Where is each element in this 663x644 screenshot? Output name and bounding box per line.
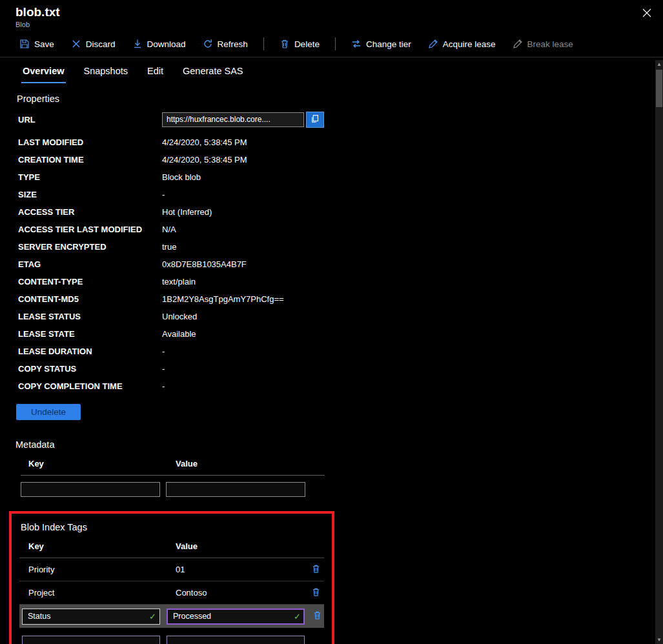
property-row: CREATION TIME 4/24/2020, 5:38:45 PM	[18, 151, 663, 168]
metadata-key-input[interactable]	[21, 482, 160, 497]
valid-check-icon: ✓	[294, 612, 301, 621]
page-title: blob.txt	[15, 5, 648, 19]
tab-generate-sas[interactable]: Generate SAS	[181, 66, 245, 83]
close-button[interactable]	[640, 6, 654, 21]
scroll-down-icon[interactable]: ▼	[655, 636, 663, 644]
acquire-lease-label: Acquire lease	[443, 39, 496, 49]
toolbar-separator	[335, 37, 336, 50]
tab-snapshots[interactable]: Snapshots	[83, 66, 130, 83]
metadata-section-title: Metadata	[15, 439, 663, 450]
discard-icon	[71, 39, 81, 49]
property-label: SIZE	[18, 190, 162, 199]
copy-url-button[interactable]	[306, 112, 324, 128]
property-row: LAST MODIFIED 4/24/2020, 5:38:45 PM	[18, 134, 663, 151]
break-lease-label: Break lease	[527, 39, 573, 49]
property-label: COPY STATUS	[18, 364, 162, 374]
property-label: LAST MODIFIED	[18, 137, 162, 147]
save-icon	[19, 39, 30, 49]
property-value: N/A	[162, 225, 176, 234]
break-lease-icon	[513, 39, 523, 49]
tag-value-input[interactable]	[167, 609, 305, 625]
download-label: Download	[147, 39, 186, 49]
tab-overview[interactable]: Overview	[21, 66, 66, 83]
property-label: CONTENT-MD5	[18, 294, 162, 304]
property-row: LEASE STATUS Unlocked	[18, 308, 663, 325]
property-label: CREATION TIME	[18, 155, 162, 165]
property-value: true	[162, 242, 176, 252]
refresh-label: Refresh	[218, 39, 248, 49]
scroll-up-icon[interactable]: ▲	[655, 60, 663, 68]
tag-key-edit-wrap: ✓	[22, 609, 160, 625]
download-icon	[132, 39, 143, 49]
tags-key-header: Key	[28, 541, 176, 551]
close-icon	[642, 10, 652, 20]
property-row: SERVER ENCRYPTED true	[18, 238, 663, 256]
properties-section-title: Properties	[17, 94, 663, 104]
tag-key-input[interactable]	[22, 609, 160, 625]
blob-index-tags-highlight-box: Blob Index Tags Key Value Priority 01 Pr…	[9, 511, 334, 644]
change-tier-button[interactable]: Change tier	[350, 36, 413, 52]
metadata-value-input[interactable]	[166, 482, 305, 497]
break-lease-button: Break lease	[511, 36, 575, 52]
acquire-lease-button[interactable]: Acquire lease	[427, 36, 497, 52]
trash-icon	[311, 587, 321, 599]
refresh-button[interactable]: Refresh	[201, 36, 249, 52]
scrollbar-thumb[interactable]	[656, 70, 662, 107]
metadata-key-header: Key	[28, 459, 176, 468]
url-input[interactable]	[162, 112, 304, 127]
new-tag-value-wrap	[167, 636, 305, 644]
property-value: -	[162, 347, 165, 356]
trash-icon	[311, 564, 321, 576]
undelete-button[interactable]: Undelete	[16, 404, 81, 420]
delete-tag-button[interactable]	[309, 563, 323, 577]
discard-label: Discard	[86, 39, 116, 49]
delete-tag-button[interactable]	[311, 609, 323, 623]
property-label: COPY COMPLETION TIME	[18, 381, 162, 391]
change-tier-icon	[351, 39, 362, 49]
property-row: ACCESS TIER Hot (Inferred)	[18, 203, 663, 221]
metadata-value-header: Value	[176, 459, 198, 468]
url-label: URL	[18, 115, 162, 125]
property-value: Unlocked	[162, 312, 197, 321]
tags-value-header: Value	[176, 541, 198, 551]
tags-header-row: Key Value	[19, 541, 324, 558]
tag-value: 01	[176, 565, 309, 574]
new-tag-key-wrap	[22, 636, 160, 644]
valid-check-icon: ✓	[149, 612, 156, 621]
property-value: Block blob	[162, 172, 201, 182]
delete-button[interactable]: Delete	[278, 36, 321, 52]
vertical-scrollbar[interactable]: ▲ ▼	[655, 60, 663, 644]
trash-icon	[312, 610, 322, 622]
property-value: Hot (Inferred)	[162, 207, 212, 217]
save-button[interactable]: Save	[18, 36, 56, 52]
change-tier-label: Change tier	[366, 39, 411, 49]
tab-edit[interactable]: Edit	[146, 66, 165, 83]
tag-row[interactable]: Priority 01	[19, 558, 324, 581]
metadata-header-row: Key Value	[21, 459, 325, 476]
property-row: CONTENT-TYPE text/plain	[18, 273, 663, 290]
metadata-input-row	[21, 482, 325, 497]
discard-button[interactable]: Discard	[70, 36, 117, 52]
new-tag-key-input[interactable]	[22, 636, 160, 644]
property-label: TYPE	[18, 172, 162, 182]
new-tag-value-input[interactable]	[167, 636, 305, 644]
property-row: SIZE -	[18, 186, 663, 203]
toolbar: Save Discard Download Refresh Delete Cha…	[0, 31, 663, 57]
tag-row[interactable]: Project Contoso	[19, 581, 324, 605]
delete-tag-button[interactable]	[309, 586, 323, 600]
property-value: 4/24/2020, 5:38:45 PM	[162, 155, 247, 165]
property-value: -	[162, 190, 165, 199]
delete-icon	[280, 39, 290, 49]
property-value: 1B2M2Y8AsgTpgAmY7PhCfg==	[162, 294, 284, 304]
property-row: ACCESS TIER LAST MODIFIED N/A	[18, 221, 663, 238]
panel-header: blob.txt Blob	[0, 0, 663, 31]
tab-bar: Overview Snapshots Edit Generate SAS	[0, 57, 663, 83]
property-value: Available	[162, 329, 196, 339]
page-subtitle: Blob	[15, 21, 648, 28]
download-button[interactable]: Download	[131, 36, 187, 52]
url-row: URL	[18, 110, 663, 128]
tag-row-editing: ✓ ✓	[19, 605, 324, 628]
blob-index-tags-table: Key Value Priority 01 Project Contoso	[19, 541, 324, 644]
acquire-lease-icon	[428, 39, 438, 49]
refresh-icon	[203, 39, 213, 49]
